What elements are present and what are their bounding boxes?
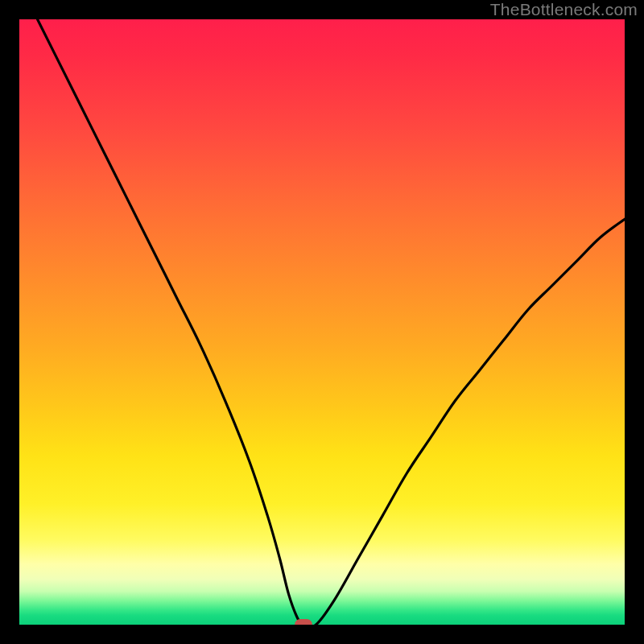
optimal-point-marker xyxy=(295,619,312,625)
chart-frame: TheBottleneck.com xyxy=(0,0,644,644)
bottleneck-curve xyxy=(19,19,625,625)
watermark-text: TheBottleneck.com xyxy=(490,0,638,19)
plot-area xyxy=(19,19,625,625)
